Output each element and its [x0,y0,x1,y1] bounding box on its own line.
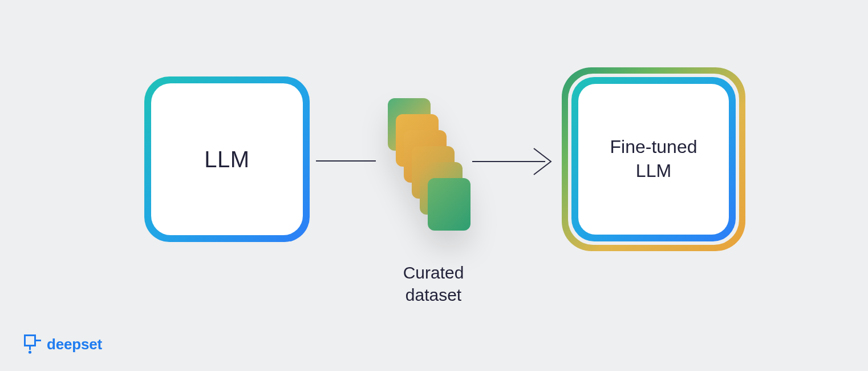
finetuned-node-gap: Fine-tuned LLM [568,74,739,245]
finetuned-node-inner: Fine-tuned LLM [578,84,729,235]
diagram-canvas: LLM Curated dataset Fine-tuned LLM [0,0,868,371]
llm-node-inner: LLM [151,83,303,235]
llm-node: LLM [144,76,310,242]
svg-rect-1 [25,336,35,346]
dataset-label: Curated dataset [376,261,490,306]
finetuned-node-outer: Fine-tuned LLM [562,67,745,251]
dataset-card [428,178,470,231]
llm-label: LLM [204,147,249,172]
dataset-card-stack [388,98,479,241]
brand-logo: deepset [24,334,102,354]
connector-line [316,160,376,162]
brand-name: deepset [47,336,102,353]
arrow-icon [472,142,558,182]
finetuned-node-ring: Fine-tuned LLM [571,77,736,241]
finetuned-label: Fine-tuned LLM [610,135,697,183]
deepset-logo-icon [24,334,42,354]
svg-point-3 [29,350,31,353]
